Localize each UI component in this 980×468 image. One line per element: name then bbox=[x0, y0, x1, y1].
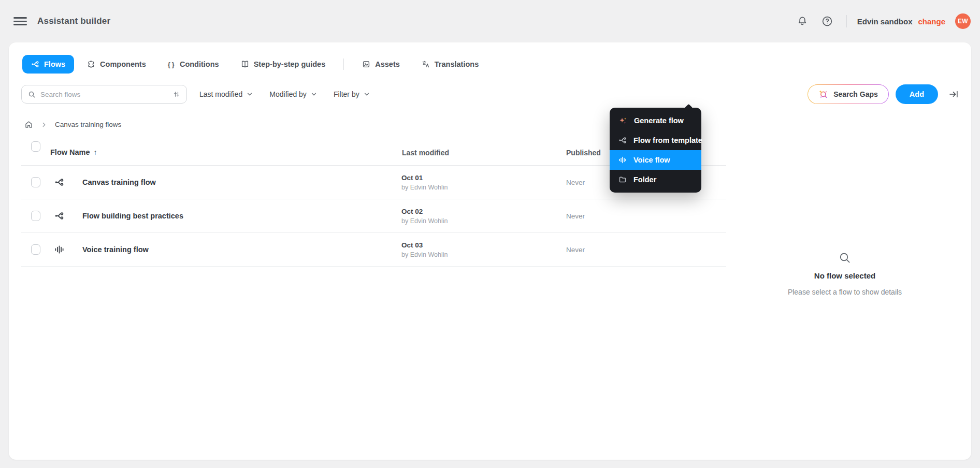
tab-assets[interactable]: Assets bbox=[353, 55, 409, 74]
published-cell: Never bbox=[566, 212, 585, 220]
menu-icon[interactable] bbox=[13, 14, 27, 28]
tab-label: Conditions bbox=[180, 60, 219, 68]
header-divider bbox=[846, 15, 847, 27]
translate-icon bbox=[422, 60, 430, 68]
voice-icon bbox=[54, 245, 64, 255]
add-button[interactable]: Add bbox=[896, 84, 938, 104]
select-all-checkbox[interactable] bbox=[31, 141, 40, 152]
menu-item-voice-flow[interactable]: Voice flow bbox=[610, 150, 701, 170]
tab-label: Flows bbox=[44, 60, 65, 68]
page-title: Assistant builder bbox=[37, 16, 110, 26]
sparkle-magnifier-icon bbox=[818, 90, 828, 99]
menu-item-folder[interactable]: Folder bbox=[610, 170, 701, 189]
flow-icon bbox=[54, 211, 64, 221]
last-modified-cell: Oct 03 by Edvin Wohlin bbox=[401, 241, 448, 258]
menu-item-flow-from-template[interactable]: Flow from template bbox=[610, 130, 701, 150]
add-dropdown-menu: Generate flow Flow from template Voice f… bbox=[610, 108, 701, 193]
main-panel: Flows Components { } Conditions Step-by-… bbox=[9, 42, 971, 460]
menu-item-label: Flow from template bbox=[633, 136, 702, 144]
tab-translations[interactable]: Translations bbox=[413, 55, 487, 74]
tab-components[interactable]: Components bbox=[78, 55, 155, 74]
flow-name[interactable]: Flow building best practices bbox=[82, 212, 183, 220]
search-icon bbox=[839, 252, 851, 264]
column-header-last-modified[interactable]: Last modified bbox=[402, 149, 449, 157]
add-button-label: Add bbox=[910, 90, 924, 98]
menu-item-label: Voice flow bbox=[633, 156, 670, 164]
search-gaps-label: Search Gaps bbox=[833, 90, 878, 98]
modified-by-dropdown[interactable]: Modified by bbox=[269, 90, 317, 98]
tab-guides[interactable]: Step-by-step guides bbox=[232, 55, 335, 74]
change-workspace-link[interactable]: change bbox=[918, 17, 945, 26]
breadcrumb: Canvas training flows bbox=[24, 120, 121, 129]
voice-icon bbox=[618, 156, 627, 164]
last-modified-cell: Oct 02 by Edvin Wohlin bbox=[401, 208, 448, 225]
sliders-icon[interactable] bbox=[173, 91, 180, 98]
empty-state-title: No flow selected bbox=[752, 271, 938, 280]
sort-dropdown[interactable]: Last modified bbox=[199, 90, 253, 98]
tab-label: Step-by-step guides bbox=[254, 60, 326, 68]
published-cell: Never bbox=[566, 246, 585, 254]
workspace-name: Edvin sandbox bbox=[857, 17, 913, 26]
folder-icon bbox=[618, 176, 627, 184]
tab-bar: Flows Components { } Conditions Step-by-… bbox=[22, 55, 487, 74]
menu-item-generate-flow[interactable]: Generate flow bbox=[610, 111, 701, 130]
table-row[interactable]: Voice training flow Oct 03 by Edvin Wohl… bbox=[21, 233, 726, 267]
help-icon[interactable] bbox=[819, 13, 835, 29]
empty-state-subtitle: Please select a flow to show details bbox=[752, 288, 938, 296]
flow-name[interactable]: Voice training flow bbox=[82, 245, 149, 254]
published-cell: Never bbox=[566, 179, 585, 186]
tab-label: Components bbox=[100, 60, 146, 68]
tab-conditions[interactable]: { } Conditions bbox=[159, 55, 228, 74]
chevron-down-icon bbox=[247, 91, 253, 97]
tab-label: Assets bbox=[375, 60, 400, 68]
tabs-divider bbox=[343, 58, 344, 70]
tab-flows[interactable]: Flows bbox=[22, 55, 74, 74]
sort-asc-icon: ↑ bbox=[94, 148, 97, 156]
bell-icon[interactable] bbox=[795, 13, 810, 29]
breadcrumb-chevron-icon bbox=[41, 122, 47, 128]
tab-label: Translations bbox=[435, 60, 479, 68]
sparkles-icon bbox=[618, 116, 627, 125]
column-header-flow-name[interactable]: Flow Name ↑ bbox=[50, 148, 97, 156]
row-checkbox[interactable] bbox=[31, 211, 40, 221]
modified-by-label: Modified by bbox=[269, 90, 307, 98]
filter-by-label: Filter by bbox=[334, 90, 359, 98]
flow-name[interactable]: Canvas training flow bbox=[82, 178, 156, 186]
top-header: Assistant builder Edvin sandbox change E… bbox=[0, 0, 980, 42]
search-input[interactable] bbox=[40, 91, 168, 98]
table-row[interactable]: Flow building best practices Oct 02 by E… bbox=[21, 199, 726, 233]
chevron-down-icon bbox=[311, 91, 317, 97]
row-checkbox[interactable] bbox=[31, 177, 40, 187]
home-icon[interactable] bbox=[24, 120, 33, 129]
row-checkbox[interactable] bbox=[31, 244, 40, 255]
flow-icon bbox=[31, 60, 39, 68]
puzzle-icon bbox=[87, 60, 95, 68]
book-icon bbox=[241, 60, 249, 68]
column-header-published[interactable]: Published bbox=[566, 149, 601, 157]
avatar[interactable]: EW bbox=[955, 13, 971, 29]
last-modified-cell: Oct 01 by Edvin Wohlin bbox=[401, 174, 448, 191]
filter-by-dropdown[interactable]: Filter by bbox=[334, 90, 370, 98]
sort-dropdown-label: Last modified bbox=[199, 90, 242, 98]
details-empty-state: No flow selected Please select a flow to… bbox=[752, 252, 938, 296]
breadcrumb-current[interactable]: Canvas training flows bbox=[55, 121, 121, 128]
flow-icon bbox=[618, 136, 627, 144]
menu-item-label: Folder bbox=[633, 176, 656, 184]
toolbar: Last modified Modified by Filter by bbox=[21, 84, 959, 104]
arrow-to-bar-icon[interactable] bbox=[948, 89, 959, 99]
braces-icon: { } bbox=[168, 61, 175, 68]
flow-icon bbox=[54, 178, 64, 187]
search-gaps-button[interactable]: Search Gaps bbox=[808, 84, 889, 104]
search-icon bbox=[28, 91, 36, 98]
chevron-down-icon bbox=[364, 91, 370, 97]
image-icon bbox=[362, 60, 370, 68]
menu-item-label: Generate flow bbox=[634, 116, 684, 125]
search-box[interactable] bbox=[21, 85, 187, 104]
